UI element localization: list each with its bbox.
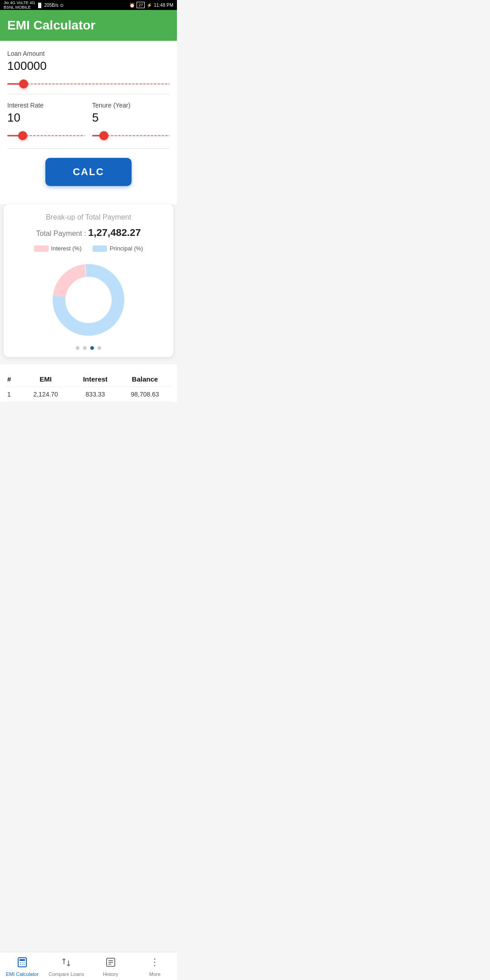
status-bar: Jio 4G VoLTE 4GBSNL MOBILE ▐▌ 205B/s ⊙ ⏰… <box>0 0 177 10</box>
tenure-section: Tenure (Year) 5 <box>92 102 170 145</box>
interest-rate-value: 10 <box>7 111 85 125</box>
tenure-slider-thumb[interactable] <box>99 131 108 140</box>
battery-level: 27 <box>137 2 145 8</box>
loan-amount-section: Loan Amount 100000 <box>7 50 170 89</box>
interest-swatch <box>34 245 49 252</box>
pagination-dots <box>11 346 166 350</box>
amortization-table: # EMI Interest Balance 1 2,124.70 833.33… <box>0 364 177 402</box>
status-left: Jio 4G VoLTE 4GBSNL MOBILE ▐▌ 205B/s ⊙ <box>4 0 64 10</box>
interest-rate-section: Interest Rate 10 <box>7 102 85 145</box>
app-header: EMI Calculator <box>0 10 177 41</box>
loan-amount-value: 100000 <box>7 59 170 73</box>
col-header-interest: Interest <box>70 375 120 383</box>
rate-slider-track-dashed <box>23 135 85 136</box>
divider-1 <box>7 94 170 94</box>
status-right: ⏰ 27 ⚡ 11:48 PM <box>129 2 173 8</box>
rate-tenure-row: Interest Rate 10 Tenure (Year) 5 <box>7 102 170 145</box>
calc-button-wrapper: CALC <box>7 158 170 186</box>
tenure-slider[interactable] <box>92 130 170 141</box>
table-row: 1 2,124.70 833.33 98,708.63 <box>5 387 172 402</box>
rate-slider-thumb[interactable] <box>18 131 27 140</box>
breakup-card: Break-up of Total Payment Total Payment … <box>4 204 173 357</box>
donut-chart <box>48 259 129 341</box>
calc-button[interactable]: CALC <box>45 158 131 186</box>
charging-icon: ⚡ <box>147 3 152 8</box>
col-header-num: # <box>7 375 21 383</box>
table-header: # EMI Interest Balance <box>5 372 172 387</box>
principal-swatch <box>93 245 107 252</box>
loan-amount-label: Loan Amount <box>7 50 170 57</box>
row-1-balance: 98,708.63 <box>120 391 170 398</box>
interest-legend-label: Interest (%) <box>51 245 82 252</box>
tenure-value: 5 <box>92 111 170 125</box>
interest-rate-slider[interactable] <box>7 130 85 141</box>
carrier-info: Jio 4G VoLTE 4GBSNL MOBILE <box>4 0 35 10</box>
row-1-emi: 2,124.70 <box>21 391 70 398</box>
slider-track-dashed <box>24 83 170 84</box>
time-display: 11:48 PM <box>154 3 173 8</box>
tenure-slider-track-dashed <box>104 135 170 136</box>
col-header-balance: Balance <box>120 375 170 383</box>
breakup-title: Break-up of Total Payment <box>11 213 166 221</box>
slider-thumb[interactable] <box>19 79 28 88</box>
loan-amount-slider[interactable] <box>7 78 170 89</box>
total-payment-value: 1,27,482.27 <box>88 227 141 238</box>
principal-legend-label: Principal (%) <box>110 245 143 252</box>
interest-rate-label: Interest Rate <box>7 102 85 109</box>
total-payment-label: Total Payment : <box>36 230 88 237</box>
dot-4 <box>98 346 101 350</box>
tenure-label: Tenure (Year) <box>92 102 170 109</box>
donut-chart-wrapper <box>11 259 166 341</box>
svg-point-2 <box>66 277 111 323</box>
chart-legend: Interest (%) Principal (%) <box>11 245 166 252</box>
signal-icon: ▐▌ <box>36 3 43 8</box>
divider-2 <box>7 148 170 149</box>
dot-1 <box>76 346 79 350</box>
col-header-emi: EMI <box>21 375 70 383</box>
legend-interest: Interest (%) <box>34 245 82 252</box>
app-title: EMI Calculator <box>7 18 170 33</box>
total-payment-row: Total Payment : 1,27,482.27 <box>11 227 166 239</box>
dot-2 <box>83 346 87 350</box>
legend-principal: Principal (%) <box>93 245 143 252</box>
location-icon: ⊙ <box>60 3 64 8</box>
alarm-icon: ⏰ <box>129 3 135 8</box>
row-1-interest: 833.33 <box>70 391 120 398</box>
dot-3-active <box>90 346 94 350</box>
main-content: Loan Amount 100000 Interest Rate 10 Tenu… <box>0 41 177 204</box>
speed-indicator: 205B/s <box>44 3 59 8</box>
row-1-num: 1 <box>7 391 21 398</box>
